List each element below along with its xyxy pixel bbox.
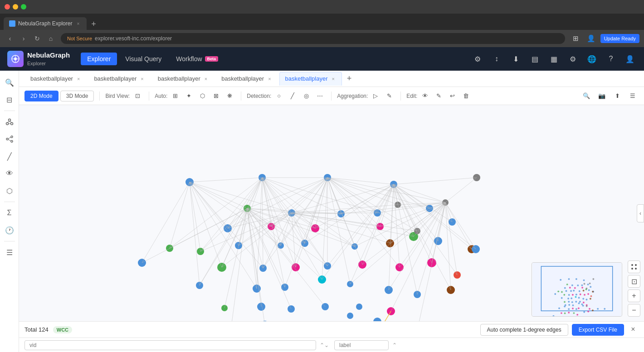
graph-node[interactable] [288,209,295,217]
dot-maximize[interactable] [21,4,26,10]
zoom-out-btn[interactable]: − [628,304,640,317]
graph-node[interactable] [259,174,266,181]
graph-node[interactable] [376,223,384,230]
graph-node[interactable] [217,263,226,272]
graph-node[interactable] [434,237,442,245]
graph-node[interactable] [166,245,173,252]
settings-icon[interactable]: ⚙ [566,52,580,66]
help-icon[interactable]: ? [604,52,618,66]
graph-node[interactable] [373,318,381,321]
detection-btn-3[interactable]: ◎ [300,90,312,102]
home-button[interactable]: ⌂ [45,33,56,44]
graph-node[interactable] [138,259,146,267]
sidebar-history[interactable]: 🕐 [1,222,18,238]
sidebar-graph[interactable] [1,114,18,130]
auto-btn-4[interactable]: ⊠ [210,90,222,102]
minimap-icon-btn[interactable] [628,260,640,273]
graph-node[interactable] [259,265,267,272]
graph-tab-1[interactable]: basketballplayer × [88,72,151,86]
auto-btn-3[interactable]: ⬡ [196,90,208,102]
graph-node[interactable] [278,242,284,249]
graph-node[interactable] [311,224,319,232]
detection-btn-4[interactable]: ⋯ [314,90,326,102]
graph-tab-3[interactable]: basketballplayer × [215,72,278,86]
export-csv-button[interactable]: Export CSV File [572,324,624,336]
graph-node[interactable] [447,286,455,294]
sidebar-filter[interactable]: ⊟ [1,92,18,108]
minimap-frame-btn[interactable]: ⊡ [628,275,640,288]
graph-node[interactable] [324,174,331,181]
tab-close-0[interactable]: × [76,76,81,82]
graph-node[interactable] [386,239,394,247]
new-tab-button[interactable]: + [88,18,99,30]
graph-node[interactable] [288,305,295,313]
sidebar-table[interactable]: ☰ [1,244,18,260]
sidebar-search[interactable]: 🔍 [1,74,18,91]
graph-node[interactable] [185,178,194,186]
graph-node[interactable] [442,199,449,206]
profile-button[interactable]: 👤 [585,32,598,45]
sidebar-sigma[interactable]: Σ [1,205,18,221]
browser-tab-close[interactable]: × [75,20,81,27]
layout-icon[interactable]: ▦ [547,52,561,66]
graph-node[interactable] [257,303,265,311]
graph-node[interactable] [318,275,326,284]
graph-tab-0[interactable]: basketballplayer × [24,72,87,86]
graph-node[interactable] [281,284,288,291]
bottom-close-button[interactable]: × [628,324,639,335]
graph-node[interactable] [221,305,228,311]
dot-minimize[interactable] [13,4,18,10]
collapse-handle[interactable]: ‹ [637,204,644,222]
graph-node[interactable] [351,243,358,250]
tab-close-1[interactable]: × [139,76,145,82]
graph-tab-2[interactable]: basketballplayer × [152,72,215,86]
refresh-button[interactable]: ↻ [32,33,43,44]
graph-node[interactable] [268,223,275,230]
graph-node[interactable] [395,263,404,271]
dot-close[interactable] [5,4,10,10]
graph-node[interactable] [472,245,480,253]
graph-node[interactable] [385,286,393,294]
sidebar-hexagon[interactable]: ⬡ [1,183,18,199]
import-icon[interactable]: ↕ [490,52,503,66]
graph-node[interactable] [426,205,433,212]
zoom-in-btn[interactable]: + [628,289,640,302]
edit-btn-4[interactable]: 🗑 [460,90,472,102]
nav-visual-query[interactable]: Visual Query [119,53,168,65]
console-icon[interactable]: ▤ [528,52,542,66]
tab-close-4[interactable]: × [331,76,336,82]
nav-workflow[interactable]: Workflow Beta [170,53,224,65]
graph-node[interactable] [356,304,362,310]
edit-btn-3[interactable]: ↩ [446,90,458,102]
list-icon-btn[interactable]: ☰ [627,90,639,102]
forward-button[interactable]: › [18,33,29,44]
graph-node[interactable] [244,205,251,212]
graph-node[interactable] [347,313,353,319]
graph-node[interactable] [197,248,204,255]
graph-node[interactable] [261,321,269,321]
graph-node[interactable] [454,271,461,279]
graph-node[interactable] [324,262,331,270]
nav-explorer[interactable]: Explorer [81,53,117,65]
graph-node[interactable] [414,228,420,234]
download-icon[interactable]: ⬇ [509,52,522,66]
graph-node[interactable] [322,303,329,310]
graph-node[interactable] [390,181,397,188]
address-input[interactable]: Not Secure explorer.vesoft-inc.com/explo… [61,33,565,44]
mode-2d-button[interactable]: 2D Mode [24,91,59,101]
back-button[interactable]: ‹ [5,33,15,44]
globe-icon[interactable]: 🌐 [585,52,599,66]
graph-canvas[interactable]: Edge Detail serve id: $serve player104->… [19,105,644,321]
auto-btn-1[interactable]: ⊞ [169,90,181,102]
edit-btn-2[interactable]: ✎ [433,90,444,102]
graph-node[interactable] [473,174,480,181]
graph-node[interactable] [301,240,308,247]
graph-node[interactable] [358,260,366,269]
vid-input[interactable] [24,340,316,350]
sidebar-line[interactable]: ╱ [1,148,18,164]
detection-btn-2[interactable]: ╱ [287,90,298,102]
auto-btn-2[interactable]: ✦ [183,90,195,102]
schema-icon[interactable]: ⚙ [471,52,484,66]
sidebar-eye[interactable]: 👁 [1,165,18,182]
bird-view-btn[interactable]: ⊡ [132,90,143,102]
